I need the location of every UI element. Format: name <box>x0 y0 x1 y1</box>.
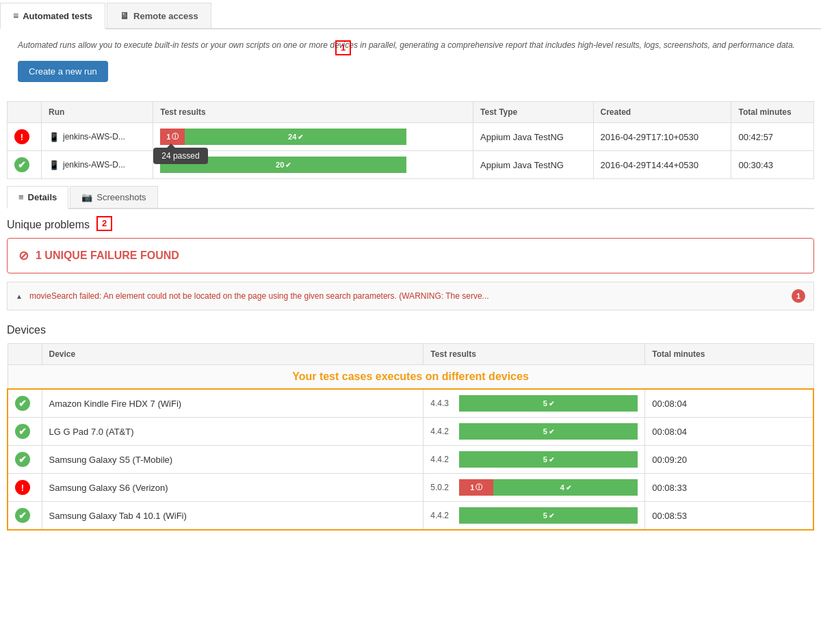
device-name-cell: LG G Pad 7.0 (AT&T) <box>42 418 423 446</box>
device-name-cell: Samsung Galaxy S6 (Verizon) <box>42 474 423 502</box>
total-cell: 00:42:57 <box>731 123 814 151</box>
failure-alert-text: 1 UNIQUE FAILURE FOUND <box>36 250 179 262</box>
device-pass-bar: 5 ✔ <box>459 507 638 524</box>
device-name-cell: Amazon Kindle Fire HDX 7 (WiFi) <box>42 389 423 418</box>
device-bar: 5 ✔ <box>459 451 638 468</box>
col-test-type: Test Type <box>473 102 593 123</box>
tab-details-label: Details <box>28 192 57 202</box>
expand-icon: ▲ <box>16 293 23 300</box>
alert-error-icon: ⊘ <box>18 248 29 263</box>
device-pass-bar: 5 ✔ <box>459 423 638 440</box>
results-bar: 1 ⓘ 24 ✔ <box>160 129 406 145</box>
tab-automated-tests-label: Automated tests <box>23 11 92 21</box>
phone-icon: 📱 <box>49 160 60 170</box>
failure-alert: ⊘ 1 UNIQUE FAILURE FOUND <box>7 238 814 273</box>
device-bar: 5 ✔ <box>459 395 638 412</box>
device-pass-bar: 5 ✔ <box>459 451 638 468</box>
run-name: 📱 jenkins-AWS-D... <box>49 160 146 170</box>
list-icon-small: ≡ <box>18 192 24 202</box>
device-total-cell: 00:08:53 <box>645 502 813 531</box>
run-name: 📱 jenkins-AWS-D... <box>49 132 146 142</box>
device-total-cell: 00:08:33 <box>645 474 813 502</box>
device-pass-bar: 4 ✔ <box>493 479 638 496</box>
version-label: 4.4.2 <box>430 511 455 520</box>
problem-count-badge: 1 <box>792 289 805 303</box>
col-created: Created <box>593 102 731 123</box>
version-label: 4.4.2 <box>430 427 455 436</box>
tab-remote-access-label: Remote access <box>133 11 198 21</box>
total-cell: 00:30:43 <box>731 151 814 179</box>
annotation-1: 1 <box>335 40 351 55</box>
device-status-ok-icon: ✔ <box>15 424 30 439</box>
table-row[interactable]: ! 📱 jenkins-AWS-D... 1 <box>8 123 814 151</box>
status-ok-icon: ✔ <box>14 157 29 172</box>
tab-details[interactable]: ≡ Details <box>7 186 68 209</box>
test-type-cell: Appium Java TestNG <box>473 151 593 179</box>
device-total-cell: 00:08:04 <box>645 418 813 446</box>
pass-bar: 24 ✔ <box>185 129 406 145</box>
list-item[interactable]: ✔ Amazon Kindle Fire HDX 7 (WiFi) 4.4.3 … <box>8 389 813 418</box>
tab-automated-tests[interactable]: ≡ Automated tests <box>0 3 105 29</box>
device-bar-wrap: 4.4.2 5 ✔ <box>430 451 638 468</box>
col-device-total: Total minutes <box>645 344 813 365</box>
results-bar-wrap: 1 ⓘ 24 ✔ 24 passed <box>160 129 406 145</box>
col-test-results: Test results <box>153 102 473 123</box>
device-bar: 5 ✔ <box>459 507 638 524</box>
col-total-minutes: Total minutes <box>731 102 814 123</box>
table-row[interactable]: ✔ 📱 jenkins-AWS-D... 20 ✔ <box>8 151 814 179</box>
list-item[interactable]: ✔ Samsung Galaxy S5 (T-Mobile) 4.4.2 5 ✔ <box>8 446 813 474</box>
tab-screenshots-label: Screenshots <box>96 192 146 202</box>
tooltip-24-passed: 24 passed <box>153 148 207 164</box>
device-pass-bar: 5 ✔ <box>459 395 638 412</box>
fail-bar: 1 ⓘ <box>160 129 185 145</box>
problem-row[interactable]: ▲ movieSearch failed: An element could n… <box>7 282 814 310</box>
test-type-cell: Appium Java TestNG <box>473 123 593 151</box>
tab-screenshots[interactable]: 📷 Screenshots <box>70 186 157 208</box>
run-table: Run Test results Test Type Created Total… <box>7 101 814 179</box>
device-bar-wrap: 4.4.2 5 ✔ <box>430 507 638 524</box>
top-tab-bar: ≡ Automated tests 🖥 Remote access <box>0 0 821 29</box>
device-name-cell: Samsung Galaxy S5 (T-Mobile) <box>42 446 423 474</box>
unique-problems-title: Unique problems <box>7 209 90 238</box>
col-status <box>8 102 42 123</box>
list-item[interactable]: ! Samsung Galaxy S6 (Verizon) 5.0.2 1 ⓘ <box>8 474 813 502</box>
created-cell: 2016-04-29T17:10+0530 <box>593 123 731 151</box>
col-device-status <box>8 344 42 365</box>
list-icon: ≡ <box>13 10 18 21</box>
device-total-cell: 00:08:04 <box>645 389 813 418</box>
col-device-results: Test results <box>423 344 645 365</box>
camera-icon: 📷 <box>81 192 92 202</box>
created-cell: 2016-04-29T14:44+0530 <box>593 151 731 179</box>
device-status-error-icon: ! <box>15 480 30 495</box>
page-description: Automated runs allow you to execute buil… <box>7 29 814 61</box>
device-status-ok-icon: ✔ <box>15 508 30 523</box>
phone-icon: 📱 <box>49 132 60 142</box>
device-total-cell: 00:09:20 <box>645 446 813 474</box>
create-new-run-button[interactable]: Create a new run <box>18 61 108 82</box>
monitor-icon: 🖥 <box>120 10 129 21</box>
device-bar-wrap: 4.4.2 5 ✔ <box>430 423 638 440</box>
section-tab-bar: ≡ Details 📷 Screenshots <box>7 186 814 209</box>
device-name-cell: Samsung Galaxy Tab 4 10.1 (WiFi) <box>42 502 423 531</box>
tab-remote-access[interactable]: 🖥 Remote access <box>107 3 211 28</box>
device-fail-bar: 1 ⓘ <box>459 479 493 496</box>
device-bar-wrap: 5.0.2 1 ⓘ 4 ✔ <box>430 479 638 496</box>
device-table: Device Test results Total minutes Your t… <box>7 343 814 531</box>
annotation-2: 2 <box>96 216 112 231</box>
devices-title: Devices <box>7 313 814 343</box>
col-device-name: Device <box>42 344 423 365</box>
problem-description: movieSearch failed: An element could not… <box>29 291 792 301</box>
version-label: 4.4.3 <box>430 399 455 408</box>
executes-message: Your test cases executes on different de… <box>292 366 529 386</box>
version-label: 5.0.2 <box>430 483 455 492</box>
list-item[interactable]: ✔ LG G Pad 7.0 (AT&T) 4.4.2 5 ✔ <box>8 418 813 446</box>
device-bar: 5 ✔ <box>459 423 638 440</box>
device-status-ok-icon: ✔ <box>15 452 30 467</box>
version-label: 4.4.2 <box>430 455 455 464</box>
col-run: Run <box>42 102 153 123</box>
device-bar: 1 ⓘ 4 ✔ <box>459 479 638 496</box>
device-bar-wrap: 4.4.3 5 ✔ <box>430 395 638 412</box>
list-item[interactable]: ✔ Samsung Galaxy Tab 4 10.1 (WiFi) 4.4.2… <box>8 502 813 531</box>
device-status-ok-icon: ✔ <box>15 396 30 411</box>
status-error-icon: ! <box>14 129 29 144</box>
